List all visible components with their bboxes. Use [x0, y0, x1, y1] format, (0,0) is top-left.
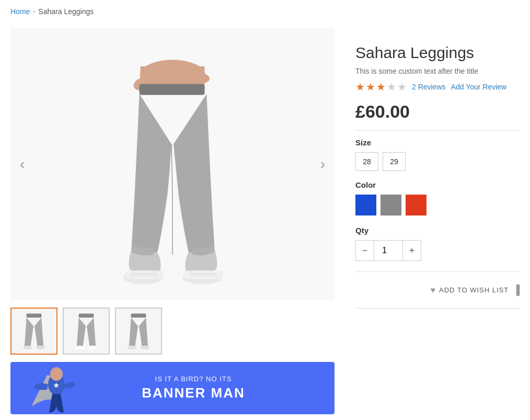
banner-main-line: BANNER MAN — [142, 385, 245, 401]
breadcrumb-current: Sahara Leggings — [38, 7, 94, 16]
main-product-image — [10, 28, 335, 300]
star-3: ★ — [376, 81, 386, 93]
product-subtitle: This is some custom text after the title — [355, 67, 520, 75]
color-swatch-gray[interactable] — [381, 195, 401, 215]
image-section: ‹ — [10, 28, 335, 414]
star-5: ★ — [397, 81, 407, 93]
main-image-wrapper: ‹ — [10, 28, 335, 300]
size-label: Size — [355, 138, 520, 147]
product-info: Sahara Leggings This is some custom text… — [355, 28, 520, 414]
qty-label: Qty — [355, 226, 520, 235]
qty-minus-button[interactable]: − — [355, 240, 374, 261]
svg-rect-16 — [79, 314, 94, 318]
add-review-link[interactable]: Add Your Review — [451, 83, 507, 91]
thumbnail-2[interactable] — [63, 308, 110, 355]
svg-point-23 — [50, 367, 63, 381]
next-image-button[interactable]: › — [315, 151, 330, 178]
breadcrumb-home[interactable]: Home — [10, 7, 30, 16]
size-options: 28 29 — [355, 152, 520, 171]
svg-rect-13 — [27, 314, 42, 318]
svg-point-18 — [88, 346, 97, 350]
svg-point-21 — [141, 346, 149, 350]
compare-icon[interactable]: ▐ — [513, 285, 520, 296]
product-title: Sahara Leggings — [355, 44, 520, 62]
banner-top-line: IS IT A BIRD? NO ITS — [142, 375, 245, 383]
wishlist-button[interactable]: ♥ ADD TO WISH LIST — [430, 286, 509, 295]
svg-point-17 — [75, 346, 84, 350]
star-2: ★ — [366, 81, 375, 93]
thumbnail-3[interactable] — [115, 308, 162, 355]
color-options — [355, 195, 520, 215]
leggings-svg — [94, 39, 251, 290]
bottom-divider — [355, 308, 520, 309]
svg-text:★: ★ — [53, 382, 59, 389]
breadcrumb-separator: › — [33, 8, 35, 15]
banner: ★ IS IT A BIRD? NO ITS BANNER MAN — [10, 362, 335, 414]
breadcrumb: Home › Sahara Leggings — [0, 0, 530, 23]
svg-point-20 — [128, 346, 136, 350]
qty-plus-button[interactable]: + — [402, 240, 421, 261]
svg-rect-8 — [184, 271, 223, 279]
thumbnails — [10, 308, 335, 355]
size-button-29[interactable]: 29 — [383, 152, 406, 171]
star-4: ★ — [387, 81, 396, 93]
star-1: ★ — [355, 81, 365, 93]
star-rating: ★ ★ ★ ★ ★ — [355, 81, 407, 93]
banner-text: IS IT A BIRD? NO ITS BANNER MAN — [142, 375, 245, 401]
svg-rect-4 — [140, 84, 205, 95]
qty-control: − + — [355, 240, 520, 261]
product-price: £60.00 — [355, 101, 520, 122]
thumbnail-1[interactable] — [10, 308, 57, 355]
price-divider — [355, 130, 520, 131]
prev-image-button[interactable]: ‹ — [15, 151, 30, 178]
svg-rect-19 — [131, 314, 146, 318]
color-label: Color — [355, 180, 520, 189]
svg-point-15 — [36, 346, 45, 350]
heart-icon: ♥ — [430, 286, 436, 295]
wishlist-row: ♥ ADD TO WISH LIST ▐ — [355, 279, 520, 301]
banner-figure: ★ — [26, 365, 89, 414]
rating-row: ★ ★ ★ ★ ★ 2 Reviews Add Your Review — [355, 81, 520, 93]
qty-input[interactable] — [374, 240, 402, 261]
svg-rect-6 — [125, 271, 164, 279]
qty-divider — [355, 271, 520, 272]
size-button-28[interactable]: 28 — [355, 152, 378, 171]
svg-point-14 — [23, 346, 32, 350]
color-swatch-blue[interactable] — [355, 195, 376, 215]
product-page: ‹ — [0, 23, 530, 420]
color-swatch-red[interactable] — [406, 195, 427, 215]
wishlist-label: ADD TO WISH LIST — [439, 286, 509, 294]
reviews-link[interactable]: 2 Reviews — [412, 83, 446, 91]
